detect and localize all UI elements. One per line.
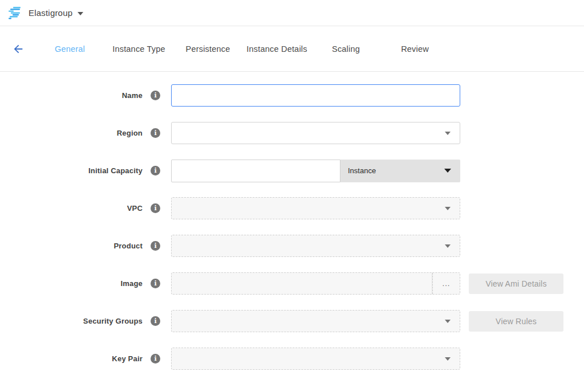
name-label: Name <box>122 91 143 100</box>
general-settings-form: Name i Region i Initial Capacity i Insta… <box>0 84 584 370</box>
info-icon[interactable]: i <box>151 91 160 100</box>
app-title: Elastigroup <box>29 8 72 18</box>
tab-scaling[interactable]: Scaling <box>311 44 380 54</box>
info-icon[interactable]: i <box>151 279 160 288</box>
tab-review[interactable]: Review <box>380 44 449 54</box>
app-switcher[interactable]: Elastigroup <box>29 8 83 18</box>
key-pair-select <box>171 348 460 370</box>
name-input[interactable] <box>171 84 460 107</box>
security-groups-select <box>171 310 460 332</box>
product-label: Product <box>113 242 143 250</box>
vpc-row: VPC i <box>0 197 584 219</box>
tab-general[interactable]: General <box>35 44 104 54</box>
image-label: Image <box>120 279 143 288</box>
capacity-unit-select[interactable]: Instance <box>340 160 460 182</box>
caret-down-icon <box>78 12 83 15</box>
key-pair-row: Key Pair i <box>0 348 584 370</box>
app-header: Elastigroup <box>0 0 584 26</box>
name-row: Name i <box>0 84 584 107</box>
elastigroup-logo-icon <box>8 7 23 19</box>
region-row: Region i <box>0 122 584 144</box>
security-groups-label: Security Groups <box>83 317 143 325</box>
image-input: ... <box>171 272 460 295</box>
view-ami-details-button: View Ami Details <box>469 273 563 294</box>
tab-instance-details[interactable]: Instance Details <box>242 44 311 54</box>
caret-down-icon <box>445 132 451 135</box>
caret-down-icon <box>445 357 451 361</box>
product-row: Product i <box>0 235 584 257</box>
region-select[interactable] <box>171 122 460 144</box>
initial-capacity-input[interactable] <box>171 160 340 182</box>
region-label: Region <box>117 129 143 137</box>
vpc-label: VPC <box>127 204 143 213</box>
wizard-tab-bar: General Instance Type Persistence Instan… <box>0 26 584 72</box>
tab-instance-type[interactable]: Instance Type <box>104 44 173 54</box>
view-rules-button: View Rules <box>469 311 563 332</box>
initial-capacity-label: Initial Capacity <box>88 166 143 175</box>
caret-down-icon <box>445 207 451 210</box>
image-row: Image i ... View Ami Details <box>0 272 584 295</box>
initial-capacity-row: Initial Capacity i Instance <box>0 160 584 182</box>
caret-down-icon <box>444 169 451 173</box>
caret-down-icon <box>445 320 451 323</box>
info-icon[interactable]: i <box>151 354 160 364</box>
caret-down-icon <box>445 244 451 248</box>
arrow-left-icon <box>12 43 25 55</box>
info-icon[interactable]: i <box>151 241 160 251</box>
capacity-unit-value: Instance <box>348 166 444 175</box>
product-select <box>171 235 460 257</box>
security-groups-row: Security Groups i View Rules <box>0 310 584 332</box>
info-icon[interactable]: i <box>151 203 160 213</box>
image-browse-button: ... <box>432 273 460 294</box>
tab-persistence[interactable]: Persistence <box>173 44 242 54</box>
key-pair-label: Key Pair <box>112 354 143 363</box>
vpc-select <box>171 197 460 219</box>
info-icon[interactable]: i <box>151 316 160 326</box>
back-button[interactable] <box>11 42 25 56</box>
info-icon[interactable]: i <box>151 128 160 138</box>
info-icon[interactable]: i <box>151 166 160 175</box>
